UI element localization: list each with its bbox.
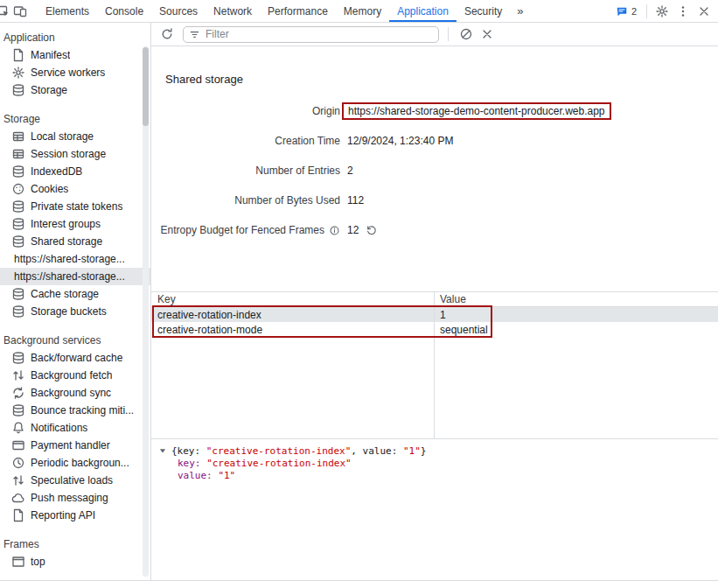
sidebar-item-cookies[interactable]: Cookies [0, 180, 150, 198]
sidebar-item-label: IndexedDB [31, 165, 82, 178]
database-icon [11, 234, 25, 248]
sidebar-item-shared-storage[interactable]: Shared storage [0, 233, 150, 250]
field-label-text: Origin [312, 105, 340, 117]
field-row-origin: Originhttps://shared-storage-demo-conten… [151, 96, 718, 126]
sidebar-item-label: Cache storage [31, 288, 99, 300]
customize-menu-button[interactable] [673, 0, 694, 23]
field-value: 112 [347, 194, 364, 206]
close-icon [697, 4, 711, 18]
table-row[interactable]: creative-rotation-modesequential [151, 322, 718, 337]
sidebar-item-cache-storage[interactable]: Cache storage [0, 285, 150, 303]
tab-application[interactable]: Application [389, 0, 457, 22]
gear-icon [11, 66, 25, 80]
arrows-up-down-icon [11, 368, 25, 382]
sidebar-item-background-fetch[interactable]: Background fetch [0, 367, 150, 384]
sidebar-item-private-state-tokens[interactable]: Private state tokens [0, 198, 150, 215]
field-row-number-of-bytes-used: Number of Bytes Used112 [151, 186, 718, 215]
table-row[interactable]: creative-rotation-index1 [151, 307, 718, 322]
sidebar-item-label: Manifest [31, 49, 70, 61]
tab-elements[interactable]: Elements [38, 0, 97, 22]
sidebar-item-session-storage[interactable]: Session storage [0, 145, 150, 163]
inspect-cursor-icon [0, 4, 10, 18]
sidebar-item-local-storage[interactable]: Local storage [0, 128, 150, 145]
sidebar-item-label: top [31, 556, 45, 568]
field-row-number-of-entries: Number of Entries2 [151, 156, 718, 186]
delete-selected-button[interactable] [477, 23, 498, 46]
sidebar-item-bounce-tracking-miti[interactable]: Bounce tracking miti... [0, 402, 150, 419]
sidebar-item-interest-groups[interactable]: Interest groups [0, 215, 150, 233]
arrows-up-down-icon [11, 473, 25, 487]
sidebar-item-storage-buckets[interactable]: Storage buckets [0, 303, 150, 320]
inspect-element-button[interactable] [0, 0, 10, 23]
more-tabs-button[interactable]: » [510, 4, 530, 18]
sidebar-item-push-messaging[interactable]: Push messaging [0, 489, 150, 507]
table-header-row[interactable]: Key Value [151, 292, 718, 307]
field-value-text: 112 [347, 194, 364, 206]
info-icon[interactable] [329, 225, 340, 236]
delete-all-button[interactable] [456, 23, 477, 46]
sidebar-item-label: Back/forward cache [31, 352, 122, 364]
sidebar-item-label: https://shared-storage... [14, 270, 125, 283]
preview-entry-value: "creative-rotation-index" [206, 458, 352, 469]
sidebar-item-manifest[interactable]: Manifest [0, 46, 150, 64]
sidebar-item-notifications[interactable]: Notifications [0, 419, 150, 437]
issues-icon [616, 5, 628, 18]
tab-performance[interactable]: Performance [260, 0, 336, 22]
sidebar-item-speculative-loads[interactable]: Speculative loads [0, 472, 150, 489]
preview-token: , value: [351, 445, 403, 457]
filter-input[interactable] [183, 26, 439, 43]
column-header-key[interactable]: Key [151, 293, 434, 305]
field-value: 12/9/2024, 1:23:40 PM [347, 135, 453, 147]
sidebar-item-indexeddb[interactable]: IndexedDB [0, 163, 150, 180]
preview-token: "1" [403, 445, 421, 457]
sidebar-item-back-forward-cache[interactable]: Back/forward cache [0, 349, 150, 367]
tab-sources[interactable]: Sources [151, 0, 206, 22]
preview-entry: key: "creative-rotation-index" [178, 458, 711, 470]
table-cell-value: 1 [434, 309, 718, 321]
preview-summary-tokens: {key: "creative-rotation-index", value: … [171, 445, 426, 457]
sidebar-section-header-background-services[interactable]: Background services [0, 332, 150, 349]
issues-badge[interactable]: 2 [610, 5, 642, 18]
sidebar-item-https-shared-storage[interactable]: https://shared-storage... [0, 268, 150, 285]
preview-entry: value: "1" [178, 470, 711, 482]
document-icon [11, 508, 25, 522]
sidebar-item-periodic-backgroun[interactable]: Periodic backgroun... [0, 454, 150, 472]
devtools-tabbar: ElementsConsoleSourcesNetworkPerformance… [0, 0, 718, 23]
device-toolbar-button[interactable] [10, 0, 31, 23]
tab-network[interactable]: Network [206, 0, 260, 22]
tabbar-right-cluster: 2 [610, 0, 718, 23]
sidebar-item-background-sync[interactable]: Background sync [0, 384, 150, 402]
refresh-button[interactable] [157, 23, 178, 46]
bell-icon [11, 421, 25, 435]
column-header-value[interactable]: Value [434, 293, 718, 305]
sidebar-item-https-shared-storage[interactable]: https://shared-storage... [0, 250, 150, 268]
settings-button[interactable] [652, 0, 673, 23]
sidebar-scrollbar-thumb[interactable] [143, 47, 149, 126]
sidebar-section-header-storage[interactable]: Storage [0, 110, 150, 128]
expand-triangle-icon[interactable] [158, 446, 167, 455]
block-icon [459, 27, 473, 41]
database-icon [11, 200, 25, 214]
column-resize-divider[interactable] [434, 292, 435, 438]
devtools-tabs: ElementsConsoleSourcesNetworkPerformance… [38, 0, 510, 22]
clock-icon [11, 456, 25, 470]
database-icon [11, 287, 25, 301]
tab-memory[interactable]: Memory [336, 0, 389, 22]
close-devtools-button[interactable] [694, 0, 715, 23]
tab-security[interactable]: Security [457, 0, 510, 22]
sidebar-item-payment-handler[interactable]: Payment handler [0, 437, 150, 454]
sidebar-item-reporting-api[interactable]: Reporting API [0, 507, 150, 524]
reset-budget-icon[interactable] [366, 224, 378, 236]
sidebar-section-header-application[interactable]: Application [0, 29, 150, 46]
toolbar-divider [448, 27, 449, 41]
drawer-divider [0, 580, 718, 588]
sidebar-item-label: Local storage [31, 130, 94, 143]
sidebar-item-top[interactable]: top [0, 553, 150, 570]
sidebar-item-storage[interactable]: Storage [0, 81, 150, 99]
sidebar-item-label: Bounce tracking miti... [31, 404, 134, 416]
preview-summary-line: {key: "creative-rotation-index", value: … [158, 445, 711, 458]
tab-console[interactable]: Console [97, 0, 151, 22]
sidebar-section-header-frames[interactable]: Frames [0, 536, 150, 553]
sidebar-section-background-services: Background servicesBack/forward cacheBac… [0, 332, 150, 524]
sidebar-item-service-workers[interactable]: Service workers [0, 64, 150, 81]
